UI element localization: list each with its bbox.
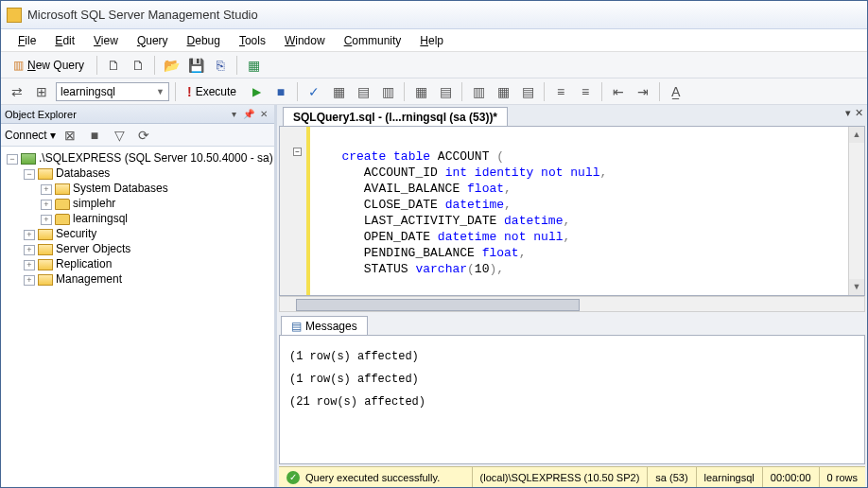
new-project-icon[interactable]: 🗋 xyxy=(128,55,148,76)
separator xyxy=(236,56,237,75)
database-combo[interactable]: learningsql ▼ xyxy=(56,82,169,101)
title-bar: Microsoft SQL Server Management Studio xyxy=(1,1,867,29)
results-grid-icon[interactable]: ▦ xyxy=(493,81,513,102)
pin-icon[interactable]: ▾ xyxy=(227,109,240,119)
open-file-icon[interactable]: 📂 xyxy=(161,55,182,76)
menu-view[interactable]: View xyxy=(86,31,126,50)
execute-button[interactable]: ! Execute xyxy=(182,82,242,101)
uncomment-icon[interactable]: ≡ xyxy=(575,81,596,102)
new-query-button[interactable]: ▥ New Query xyxy=(7,56,91,75)
separator xyxy=(297,82,298,101)
tree-management-node[interactable]: +Management xyxy=(3,271,272,287)
main-area: Object Explorer ▾ 📌 ✕ Connect ▾ ⊠ ■ ▽ ⟳ … xyxy=(1,105,867,487)
separator xyxy=(154,56,155,75)
change-margin xyxy=(306,127,310,295)
separator xyxy=(461,82,462,101)
tree-server-objects-node[interactable]: +Server Objects xyxy=(3,241,272,256)
app-icon xyxy=(7,8,22,23)
save-all-icon[interactable]: ⎘ xyxy=(210,55,231,76)
specify-template-icon[interactable]: A̲ xyxy=(666,81,686,102)
status-message: ✓ Query executed successfully. xyxy=(279,467,472,487)
scroll-up-icon[interactable]: ▲ xyxy=(849,127,864,143)
editor-panel: SQLQuery1.sql - (l...rningsql (sa (53))*… xyxy=(277,105,867,487)
database-combo-value: learningsql xyxy=(61,85,115,98)
debug-icon[interactable]: ▶ xyxy=(246,81,267,102)
menu-debug[interactable]: Debug xyxy=(180,31,228,50)
decrease-indent-icon[interactable]: ⇤ xyxy=(608,81,629,102)
scrollbar-thumb[interactable] xyxy=(296,299,580,311)
autohide-icon[interactable]: 📌 xyxy=(242,109,255,119)
refresh-icon[interactable]: ⟳ xyxy=(133,125,154,146)
separator xyxy=(659,82,660,101)
success-icon: ✓ xyxy=(286,471,300,484)
object-explorer-toolbar: Connect ▾ ⊠ ■ ▽ ⟳ xyxy=(1,124,274,147)
available-db-icon[interactable]: ⊞ xyxy=(31,81,52,102)
messages-tab[interactable]: ▤ Messages xyxy=(281,316,368,335)
include-plan-icon[interactable]: ▦ xyxy=(410,81,431,102)
separator xyxy=(96,56,97,75)
tree-databases-node[interactable]: −Databases xyxy=(3,166,272,181)
query-options-icon[interactable]: ▤ xyxy=(353,81,373,102)
chevron-down-icon: ▼ xyxy=(156,87,165,96)
status-user: sa (53) xyxy=(647,467,695,487)
close-icon[interactable]: ✕ xyxy=(257,109,270,119)
messages-icon: ▤ xyxy=(291,320,302,333)
toolbar-main: ▥ New Query 🗋 🗋 📂 💾 ⎘ ▦ xyxy=(1,52,867,78)
stop-icon[interactable]: ■ xyxy=(84,125,105,146)
vertical-scrollbar[interactable]: ▲ ▼ xyxy=(848,127,864,295)
change-connection-icon[interactable]: ⇄ xyxy=(7,81,27,102)
tree-replication-node[interactable]: +Replication xyxy=(3,256,272,271)
code-editor[interactable]: − create table ACCOUNT ( ACCOUNT_ID int … xyxy=(279,126,865,296)
include-stats-icon[interactable]: ▤ xyxy=(435,81,456,102)
new-file-icon[interactable]: 🗋 xyxy=(103,55,124,76)
tree-security-node[interactable]: +Security xyxy=(3,226,272,241)
menu-community[interactable]: Community xyxy=(337,31,409,50)
increase-indent-icon[interactable]: ⇥ xyxy=(633,81,653,102)
menu-help[interactable]: Help xyxy=(412,31,451,50)
status-rows: 0 rows xyxy=(819,467,865,487)
object-explorer-tree[interactable]: −.\SQLEXPRESS (SQL Server 10.50.4000 - s… xyxy=(1,147,274,487)
status-db: learningsql xyxy=(696,467,762,487)
menu-window[interactable]: Window xyxy=(277,31,333,50)
tree-system-databases-node[interactable]: +System Databases xyxy=(3,181,272,196)
object-explorer-header: Object Explorer ▾ 📌 ✕ xyxy=(1,105,274,124)
menu-edit[interactable]: Edit xyxy=(47,31,82,50)
filter-icon[interactable]: ▽ xyxy=(109,125,130,146)
stop-icon[interactable]: ■ xyxy=(270,81,291,102)
tab-dropdown-icon[interactable]: ▾ xyxy=(845,107,851,119)
editor-tabs: SQLQuery1.sql - (l...rningsql (sa (53))*… xyxy=(277,105,867,126)
fold-icon[interactable]: − xyxy=(293,148,302,156)
connect-button[interactable]: Connect ▾ xyxy=(5,129,56,142)
status-time: 00:00:00 xyxy=(762,467,819,487)
separator xyxy=(404,82,405,101)
object-explorer-panel: Object Explorer ▾ 📌 ✕ Connect ▾ ⊠ ■ ▽ ⟳ … xyxy=(1,105,277,487)
code-text[interactable]: create table ACCOUNT ( ACCOUNT_ID int id… xyxy=(310,127,848,295)
tree-db-simplehr[interactable]: +simplehr xyxy=(3,196,272,211)
tree-db-learningsql[interactable]: +learningsql xyxy=(3,211,272,226)
tree-server-node[interactable]: −.\SQLEXPRESS (SQL Server 10.50.4000 - s… xyxy=(3,150,272,166)
messages-pane[interactable]: (1 row(s) affected)(1 row(s) affected)(2… xyxy=(279,335,865,464)
save-icon[interactable]: 💾 xyxy=(185,55,206,76)
horizontal-scrollbar[interactable] xyxy=(279,296,865,312)
intellisense-icon[interactable]: ▥ xyxy=(377,81,398,102)
activity-monitor-icon[interactable]: ▦ xyxy=(243,55,264,76)
editor-tab-active[interactable]: SQLQuery1.sql - (l...rningsql (sa (53))* xyxy=(283,107,508,126)
menu-bar: File Edit View Query Debug Tools Window … xyxy=(1,29,867,52)
comment-icon[interactable]: ≡ xyxy=(550,81,571,102)
window-title: Microsoft SQL Server Management Studio xyxy=(27,8,258,22)
disconnect-icon[interactable]: ⊠ xyxy=(60,125,80,146)
menu-file[interactable]: File xyxy=(10,31,43,50)
tab-close-icon[interactable]: ✕ xyxy=(855,107,863,119)
menu-query[interactable]: Query xyxy=(130,31,176,50)
menu-tools[interactable]: Tools xyxy=(232,31,273,50)
scroll-down-icon[interactable]: ▼ xyxy=(849,279,864,295)
results-tabs: ▤ Messages xyxy=(277,312,867,335)
parse-icon[interactable]: ✓ xyxy=(304,81,324,102)
results-file-icon[interactable]: ▤ xyxy=(517,81,538,102)
execute-icon: ! xyxy=(187,84,192,99)
editor-gutter: − xyxy=(280,127,310,295)
separator xyxy=(544,82,545,101)
status-server: (local)\SQLEXPRESS (10.50 SP2) xyxy=(472,467,648,487)
estimated-plan-icon[interactable]: ▦ xyxy=(328,81,349,102)
results-text-icon[interactable]: ▥ xyxy=(468,81,489,102)
